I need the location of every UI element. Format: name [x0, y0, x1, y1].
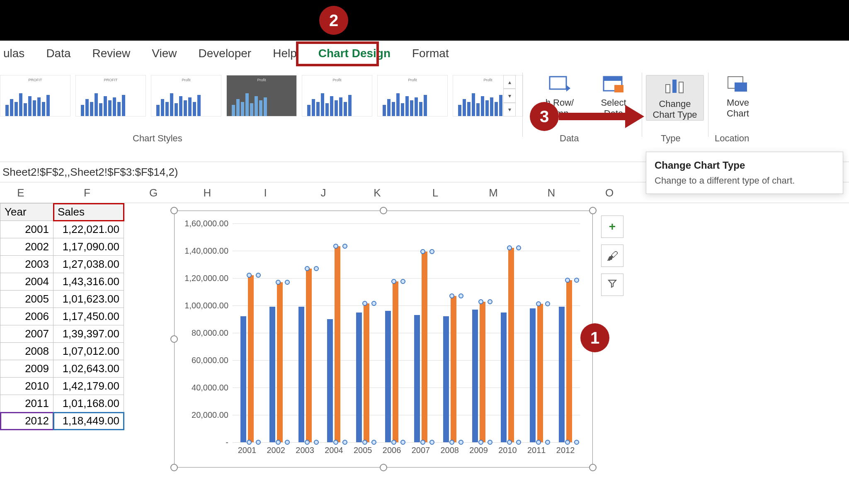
cell-sales[interactable]: 1,17,090.00: [53, 238, 124, 256]
cell-sales[interactable]: 1,02,643.00: [53, 360, 124, 378]
cell-year[interactable]: 2001: [0, 221, 53, 238]
chart-bar-series2[interactable]: [335, 246, 340, 442]
cell-year[interactable]: 2002: [0, 238, 53, 256]
chart-style-thumb-1[interactable]: PROFIT: [0, 75, 70, 116]
chart-bar-series2[interactable]: [480, 302, 485, 442]
chart-styles-button[interactable]: 🖌: [601, 245, 623, 267]
cell-year[interactable]: 2007: [0, 325, 53, 343]
chart-bar-series1[interactable]: [327, 319, 333, 442]
cell-year[interactable]: 2012: [0, 412, 53, 430]
col-E[interactable]: E: [0, 187, 50, 199]
col-M[interactable]: M: [464, 187, 522, 199]
tab-data[interactable]: Data: [44, 44, 72, 63]
chart-bar-series1[interactable]: [530, 308, 536, 442]
chart-bar-series2[interactable]: [566, 280, 572, 442]
chart-bar-series2[interactable]: [451, 296, 456, 442]
chart-bar-series2[interactable]: [277, 282, 283, 442]
chart-styles-scroll[interactable]: ▴ ▾ ▾: [503, 75, 516, 116]
cell-sales[interactable]: 1,43,316.00: [53, 273, 124, 291]
chart-bar-series2[interactable]: [393, 281, 398, 442]
chart-y-tick: -: [226, 438, 228, 447]
chart-handle-bl[interactable]: [170, 464, 178, 471]
chart-style-thumb-5[interactable]: Profit: [302, 75, 372, 116]
chart-style-thumb-2[interactable]: PROFIT: [75, 75, 146, 116]
cell-sales[interactable]: 1,07,012.00: [53, 343, 124, 360]
header-sales[interactable]: Sales: [53, 204, 124, 221]
col-N[interactable]: N: [522, 187, 580, 199]
move-chart-button[interactable]: Move Chart: [713, 75, 763, 119]
chart-handle-tr[interactable]: [589, 207, 597, 214]
chart-x-tick: 2011: [527, 446, 546, 455]
chart-y-tick: 1,40,000.00: [184, 246, 228, 256]
chart-bar-series1[interactable]: [501, 313, 507, 443]
chart-elements-button[interactable]: +: [601, 216, 623, 238]
chart-style-thumb-4[interactable]: Profit: [226, 75, 297, 116]
embedded-chart[interactable]: -20,000.0040,000.0060,000.0080,000.001,0…: [174, 211, 593, 468]
cell-year[interactable]: 2005: [0, 291, 53, 308]
col-H[interactable]: H: [178, 187, 236, 199]
chart-bar-series2[interactable]: [306, 269, 312, 442]
header-year[interactable]: Year: [0, 204, 53, 221]
chart-bar-series1[interactable]: [269, 307, 275, 442]
chart-bar-series2[interactable]: [422, 252, 427, 442]
tab-chart-design[interactable]: Chart Design: [317, 44, 392, 63]
cell-year[interactable]: 2010: [0, 378, 53, 395]
change-chart-type-button[interactable]: Change Chart Type: [646, 75, 704, 121]
chart-filters-button[interactable]: [601, 274, 623, 296]
cell-sales[interactable]: 1,27,038.00: [53, 256, 124, 273]
tab-formulas[interactable]: ulas: [2, 44, 26, 63]
col-K[interactable]: K: [348, 187, 406, 199]
chart-bar-series1[interactable]: [414, 315, 420, 442]
chart-styles-gallery[interactable]: PROFIT PROFIT Profit Profit Profit Profi…: [0, 75, 528, 116]
tab-view[interactable]: View: [150, 44, 178, 63]
chart-handle-br[interactable]: [589, 464, 597, 471]
col-I[interactable]: I: [236, 187, 294, 199]
chart-bar-series1[interactable]: [240, 316, 246, 442]
chart-handle-tc[interactable]: [380, 207, 387, 214]
col-O[interactable]: O: [580, 187, 638, 199]
move-chart-icon: [726, 75, 750, 93]
chart-bar-series2[interactable]: [537, 304, 543, 442]
chart-handle-tl[interactable]: [170, 207, 178, 214]
chart-bar-series2[interactable]: [508, 248, 514, 442]
chart-styles-scroll-down[interactable]: ▾: [503, 89, 516, 102]
col-J[interactable]: J: [294, 187, 352, 199]
chart-handle-ml[interactable]: [170, 335, 178, 343]
cell-sales[interactable]: 1,42,179.00: [53, 378, 124, 395]
chart-bar-series1[interactable]: [356, 313, 362, 443]
chart-bar-series1[interactable]: [443, 316, 449, 442]
chart-bar-series2[interactable]: [364, 303, 369, 442]
cell-sales[interactable]: 1,39,397.00: [53, 325, 124, 343]
cell-sales[interactable]: 1,18,449.00: [53, 412, 124, 430]
chart-style-thumb-3[interactable]: Profit: [151, 75, 221, 116]
cell-year[interactable]: 2009: [0, 360, 53, 378]
cell-year[interactable]: 2011: [0, 395, 53, 412]
tab-help[interactable]: Help: [271, 44, 298, 63]
cell-sales[interactable]: 1,01,168.00: [53, 395, 124, 412]
chart-handle-bc[interactable]: [380, 464, 387, 471]
chart-style-thumb-6[interactable]: Profit: [377, 75, 448, 116]
col-G[interactable]: G: [124, 187, 182, 199]
cell-year[interactable]: 2003: [0, 256, 53, 273]
tab-developer[interactable]: Developer: [197, 44, 253, 63]
cell-sales[interactable]: 1,17,450.00: [53, 308, 124, 325]
cell-sales[interactable]: 1,22,021.00: [53, 221, 124, 238]
chart-styles-scroll-more[interactable]: ▾: [503, 103, 516, 116]
chart-bar-series1[interactable]: [472, 310, 478, 442]
cell-sales[interactable]: 1,01,623.00: [53, 291, 124, 308]
chart-plot-area[interactable]: -20,000.0040,000.0060,000.0080,000.001,0…: [233, 223, 580, 442]
cell-year[interactable]: 2004: [0, 273, 53, 291]
chart-x-tick: 2004: [325, 446, 343, 455]
chart-bar-series1[interactable]: [298, 307, 304, 442]
cell-year[interactable]: 2006: [0, 308, 53, 325]
col-L[interactable]: L: [406, 187, 464, 199]
chart-styles-scroll-up[interactable]: ▴: [503, 75, 516, 89]
chart-bar-series1[interactable]: [385, 311, 391, 442]
tab-format[interactable]: Format: [410, 44, 451, 63]
chart-bar-series2[interactable]: [248, 275, 254, 442]
cell-year[interactable]: 2008: [0, 343, 53, 360]
chart-bar-series1[interactable]: [559, 307, 565, 442]
tab-review[interactable]: Review: [91, 44, 132, 63]
worksheet-data[interactable]: YearSales 20011,22,021.00 20021,17,090.0…: [0, 203, 124, 430]
col-F[interactable]: F: [58, 187, 116, 199]
